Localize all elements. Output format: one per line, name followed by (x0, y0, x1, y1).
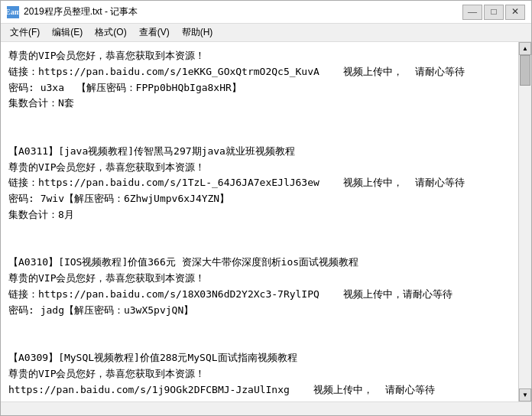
scroll-up-button[interactable]: ▲ (519, 42, 531, 55)
text-editor[interactable]: 尊贵的VIP会员您好，恭喜您获取到本资源！ 链接：https://pan.bai… (1, 42, 518, 401)
title-bar-left: Eam 2019程序员整理.txt - 记事本 (7, 5, 138, 18)
menu-format[interactable]: 格式(O) (89, 24, 132, 41)
menu-help[interactable]: 帮助(H) (176, 24, 219, 41)
scroll-down-button[interactable]: ▼ (519, 388, 531, 401)
menu-file[interactable]: 文件(F) (4, 24, 46, 41)
menu-bar: 文件(F) 编辑(E) 格式(O) 查看(V) 帮助(H) (1, 24, 531, 42)
title-buttons: — □ ✕ (462, 5, 525, 20)
content-area: 尊贵的VIP会员您好，恭喜您获取到本资源！ 链接：https://pan.bai… (1, 42, 531, 401)
status-bar (1, 401, 531, 415)
scroll-track[interactable] (519, 55, 531, 388)
maximize-button[interactable]: □ (484, 5, 504, 20)
window-title: 2019程序员整理.txt - 记事本 (24, 5, 138, 18)
notepad-window: Eam 2019程序员整理.txt - 记事本 — □ ✕ 文件(F) 编辑(E… (0, 0, 532, 416)
menu-edit[interactable]: 编辑(E) (46, 24, 89, 41)
vertical-scrollbar[interactable]: ▲ ▼ (518, 42, 531, 401)
menu-view[interactable]: 查看(V) (133, 24, 176, 41)
close-button[interactable]: ✕ (505, 5, 525, 20)
minimize-button[interactable]: — (462, 5, 482, 20)
scroll-thumb[interactable] (520, 55, 530, 86)
title-bar: Eam 2019程序员整理.txt - 记事本 — □ ✕ (1, 1, 531, 24)
app-icon: Eam (7, 6, 19, 18)
